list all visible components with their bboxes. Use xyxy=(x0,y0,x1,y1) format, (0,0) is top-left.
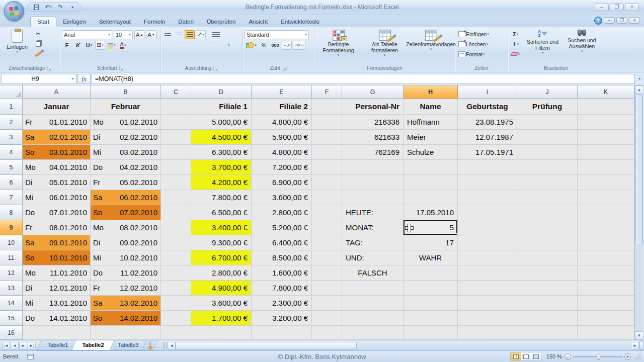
office-button[interactable] xyxy=(4,1,24,21)
scrollbar-resize-handle[interactable] xyxy=(639,341,643,350)
cell-A15[interactable]: Do14.01.2010 xyxy=(23,311,91,326)
ribbon-tab-entwicklertools[interactable]: Entwicklertools xyxy=(274,17,326,27)
zoom-out-icon[interactable]: – xyxy=(565,353,571,360)
vertical-scroll-thumb[interactable] xyxy=(635,95,643,245)
workbook-minimize-button[interactable]: – xyxy=(604,17,615,24)
row-header-5[interactable]: 5 xyxy=(0,160,23,175)
font-dialog-launcher[interactable]: ↘ xyxy=(119,66,124,71)
maximize-button[interactable]: ❐ xyxy=(610,4,624,11)
formula-input[interactable]: =MONAT(H8) xyxy=(92,74,635,84)
cell-E2[interactable]: 4.800,00 € xyxy=(252,115,312,130)
cell-C14[interactable] xyxy=(161,296,191,311)
cell-F10[interactable] xyxy=(312,235,342,250)
horizontal-scrollbar[interactable]: ◄ ► xyxy=(163,340,644,350)
cell-B12[interactable]: Do11.02.2010 xyxy=(91,265,161,281)
cell-F3[interactable] xyxy=(312,130,342,145)
cell-J3[interactable] xyxy=(517,130,578,145)
qat-customize-button[interactable]: ▾ xyxy=(68,3,77,11)
cut-button[interactable]: ✂ xyxy=(33,30,43,39)
cell-A14[interactable]: Mi13.01.2010 xyxy=(23,296,91,311)
cell-G6[interactable] xyxy=(342,175,404,190)
workbook-close-button[interactable]: × xyxy=(629,17,640,24)
scroll-left-icon[interactable]: ◄ xyxy=(168,342,176,349)
find-select-button[interactable]: Suchen und Auswählen▾ xyxy=(564,29,600,54)
scroll-right-icon[interactable]: ► xyxy=(631,342,639,349)
fill-handle[interactable] xyxy=(456,233,458,235)
font-size-combo[interactable]: 10▾ xyxy=(114,30,133,39)
cell-I5[interactable] xyxy=(458,160,517,175)
cell-A13[interactable]: Di12.01.2010 xyxy=(23,281,91,296)
insert-function-button[interactable]: fx xyxy=(77,74,91,84)
cell-F14[interactable] xyxy=(312,296,342,311)
delete-cells-button[interactable]: Löschen▾ xyxy=(457,40,490,49)
cell-I16[interactable] xyxy=(458,326,517,340)
cell-J12[interactable] xyxy=(517,265,578,281)
cell-G2[interactable]: 216336 xyxy=(342,115,404,130)
cell-D11[interactable]: 6.700,00 € xyxy=(191,250,252,265)
cell-K5[interactable] xyxy=(578,160,634,175)
cell-B4[interactable]: Mi03.02.2010 xyxy=(91,145,161,160)
prev-sheet-button[interactable]: ◄ xyxy=(11,342,19,349)
decrease-decimal-button[interactable]: ,00→ xyxy=(293,41,305,50)
cell-C4[interactable] xyxy=(161,145,191,160)
cell-E7[interactable]: 3.600,00 € xyxy=(252,190,312,205)
cell-A12[interactable]: Mo11.01.2010 xyxy=(23,265,91,281)
cell-K1[interactable] xyxy=(578,99,634,115)
cell-G15[interactable] xyxy=(342,311,404,326)
cell-B9[interactable]: Mo08.02.2010 xyxy=(91,220,161,235)
ribbon-tab-ansicht[interactable]: Ansicht xyxy=(242,17,274,27)
row-header-2[interactable]: 2 xyxy=(0,115,23,130)
col-header-B[interactable]: B xyxy=(91,85,161,99)
cell-K12[interactable] xyxy=(578,265,634,281)
cell-C10[interactable] xyxy=(161,235,191,250)
cell-K8[interactable] xyxy=(578,205,634,220)
cell-C13[interactable] xyxy=(161,281,191,296)
orientation-button[interactable]: ↗▾ xyxy=(196,30,206,39)
row-header-13[interactable]: 13 xyxy=(0,281,23,296)
cell-K16[interactable] xyxy=(578,326,634,340)
close-button[interactable]: × xyxy=(625,4,639,11)
increase-decimal-button[interactable]: ←,0 xyxy=(282,41,292,50)
cell-H16[interactable] xyxy=(404,326,458,340)
vertical-scrollbar[interactable]: ▲ ▼ xyxy=(634,85,643,340)
cell-D6[interactable]: 4.200,00 € xyxy=(191,175,252,190)
cell-A3[interactable]: Sa02.01.2010 xyxy=(23,130,91,145)
cell-C11[interactable] xyxy=(161,250,191,265)
cell-A11[interactable]: So10.01.2010 xyxy=(23,250,91,265)
cell-I3[interactable]: 12.07.1987 xyxy=(458,130,517,145)
increase-indent-button[interactable] xyxy=(207,41,217,50)
cell-E15[interactable]: 3.200,00 € xyxy=(252,311,312,326)
cell-F16[interactable] xyxy=(312,326,342,340)
cell-C15[interactable] xyxy=(161,311,191,326)
cell-H11[interactable]: WAHR xyxy=(404,250,458,265)
cell-A2[interactable]: Fr01.01.2010 xyxy=(23,115,91,130)
font-color-button[interactable]: A▾ xyxy=(118,41,128,50)
macro-record-icon[interactable] xyxy=(27,354,34,359)
cell-B6[interactable]: Fr05.02.2010 xyxy=(91,175,161,190)
cell-B16[interactable] xyxy=(91,326,161,340)
cell-D9[interactable]: 3.400,00 € xyxy=(191,220,252,235)
row-header-3[interactable]: 3 xyxy=(0,130,23,145)
cell-H9[interactable]: 5 xyxy=(404,220,458,235)
cell-G7[interactable] xyxy=(342,190,404,205)
cell-H15[interactable] xyxy=(404,311,458,326)
row-header-9[interactable]: 9 xyxy=(0,220,23,235)
cell-F11[interactable] xyxy=(312,250,342,265)
underline-button[interactable]: U▾ xyxy=(84,41,94,50)
cell-G13[interactable] xyxy=(342,281,404,296)
cell-J13[interactable] xyxy=(517,281,578,296)
cell-C16[interactable] xyxy=(161,326,191,340)
save-button[interactable] xyxy=(32,3,41,11)
paste-button[interactable]: Einfügen▾ xyxy=(3,29,32,55)
cell-K7[interactable] xyxy=(578,190,634,205)
cell-K13[interactable] xyxy=(578,281,634,296)
cell-F12[interactable] xyxy=(312,265,342,281)
cell-G16[interactable] xyxy=(342,326,404,340)
conditional-formatting-button[interactable]: fx Bedingte Formatierung▾ xyxy=(317,29,360,58)
cell-J11[interactable] xyxy=(517,250,578,265)
row-header-14[interactable]: 14 xyxy=(0,296,23,311)
cell-B2[interactable]: Mo01.02.2010 xyxy=(91,115,161,130)
format-cells-button[interactable]: Format▾ xyxy=(457,50,487,59)
format-painter-button[interactable] xyxy=(33,50,43,59)
cell-J8[interactable] xyxy=(517,205,578,220)
